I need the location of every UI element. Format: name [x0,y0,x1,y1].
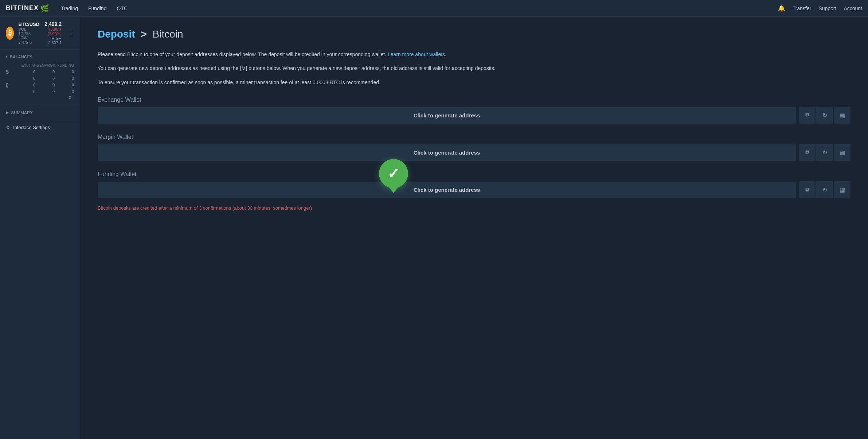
checkmark-icon: ✓ [387,165,400,182]
margin-wallet-label: Margin Wallet [98,134,851,140]
exchange-refresh-button[interactable]: ↻ [816,107,833,124]
exchange-action-buttons: ⧉ ↻ ▦ [799,107,851,124]
balance-row-usd: $ 0 0 0 [3,68,77,75]
ticker-pair: BTC/USD [18,22,39,27]
qr-icon: ▦ [840,149,845,156]
refresh-icon: ↻ [822,149,827,156]
btc-balance-icon: ₿ [6,82,16,88]
col-funding: FUNDING [57,63,74,67]
page-title: Deposit > Bitcoin [98,28,851,40]
checkmark-bubble: ✓ [379,159,408,188]
breadcrumb-separator: > [141,28,146,40]
nav-otc[interactable]: OTC [117,5,128,11]
refresh-icon: ↻ [822,112,827,119]
btc-margin: 0 [35,83,55,87]
ticker-price: 2,499.2 [44,21,62,27]
nav-account[interactable]: Account [844,5,862,11]
logo-text: BITFINEX [6,4,39,12]
exchange-wallet-label: Exchange Wallet [98,97,851,103]
ticker-menu-icon[interactable]: ⋮ [68,30,74,36]
info-paragraph-3: To ensure your transaction is confirmed … [98,78,851,86]
bell-icon[interactable]: 🔔 [778,5,785,12]
margin-generate-button[interactable]: Click to generate address [98,144,796,161]
exchange-wallet-section: Exchange Wallet Click to generate addres… [98,97,851,124]
main-content: ✓ Deposit > Bitcoin Please send Bitcoin … [80,17,868,439]
refresh-icon: ↻ [822,186,827,193]
balance-table-header: EXCHANGE MARGIN FUNDING [3,63,77,68]
qr-icon: ▦ [840,186,845,193]
ticker-high: HIGH 2,607.1 [44,36,62,45]
copy-icon: ⧉ [805,112,809,119]
logo[interactable]: BITFINEX 🌿 [6,4,49,13]
exchange-generate-button[interactable]: Click to generate address [98,107,796,124]
leaf-icon: 🌿 [40,4,49,13]
margin-qr-button[interactable]: ▦ [834,144,851,161]
learn-more-link[interactable]: Learn more about wallets [388,51,445,57]
col-margin: MARGIN [42,63,58,67]
header-right: 🔔 Transfer Support Account [778,5,862,12]
balances-label: BALANCES [10,55,33,59]
funding-qr-button[interactable]: ▦ [834,181,851,198]
margin-action-buttons: ⧉ ↻ ▦ [799,144,851,161]
usd-icon: $ [6,69,16,75]
summary-header[interactable]: ▶ SUMMARY [0,108,80,117]
ticker-low: LOW 2,472.6 [18,36,39,44]
info-paragraph-2: You can generate new deposit addresses a… [98,64,851,72]
balance-table: EXCHANGE MARGIN FUNDING $ 0 0 0 0 0 0 [0,61,80,102]
margin-refresh-button[interactable]: ↻ [816,144,833,161]
funding-wallet-section: Funding Wallet Click to generate address… [98,171,851,198]
ticker-change: 76.90 ▾ (2.99%) [44,27,62,36]
funding-wallet-label: Funding Wallet [98,171,851,178]
funding-wallet-row: Click to generate address ⧉ ↻ ▦ [98,181,851,198]
funding-generate-button[interactable]: Click to generate address [98,182,796,198]
summary-label: SUMMARY [11,110,33,115]
funding-refresh-button[interactable]: ↻ [816,181,833,198]
balances-section: ▾ BALANCES EXCHANGE MARGIN FUNDING $ 0 0… [0,50,80,105]
balance-row-usd2: 0 0 0 [3,75,77,81]
funding-action-buttons: ⧉ ↻ ▦ [799,181,851,198]
btc-icon: ₿ [6,27,14,40]
balance-row-btc: ₿ 0 0 0 [3,81,77,89]
checkmark-overlay: ✓ [379,159,408,188]
ticker-vol: VOL 12,725 [18,27,39,36]
balance-total: 0 [3,94,77,100]
balances-header[interactable]: ▾ BALANCES [0,53,80,61]
copy-icon: ⧉ [805,149,809,156]
usd-funding: 0 [55,70,74,74]
balance-row-btc2: 0 0 0 [3,89,77,94]
interface-settings[interactable]: ⚙ Interface Settings [0,120,80,135]
footer-note: Bitcoin deposits are credited after a mi… [98,205,851,211]
summary-chevron-icon: ▶ [6,110,9,115]
ticker-bar: ₿ BTC/USD VOL 12,725 LOW 2,472.6 2,499.2… [0,17,80,50]
usd-exchange: 0 [16,70,35,74]
main-layout: ₿ BTC/USD VOL 12,725 LOW 2,472.6 2,499.2… [0,17,868,439]
nav-support[interactable]: Support [818,5,836,11]
btc-funding: 0 [55,83,74,87]
col-exchange: EXCHANGE [21,63,42,67]
nav-trading[interactable]: Trading [61,5,78,11]
info-paragraph-1: Please send Bitcoin to one of your depos… [98,50,851,58]
header: BITFINEX 🌿 Trading Funding OTC 🔔 Transfe… [0,0,868,17]
qr-icon: ▦ [840,112,845,119]
nav-funding[interactable]: Funding [88,5,107,11]
usd-margin: 0 [35,70,55,74]
balances-chevron-icon: ▾ [6,55,8,59]
funding-copy-button[interactable]: ⧉ [799,181,816,198]
sidebar: ₿ BTC/USD VOL 12,725 LOW 2,472.6 2,499.2… [0,17,80,439]
interface-settings-label: Interface Settings [13,125,50,130]
margin-wallet-section: Margin Wallet Click to generate address … [98,134,851,161]
nav-transfer[interactable]: Transfer [793,5,812,11]
exchange-copy-button[interactable]: ⧉ [799,107,816,124]
summary-section: ▶ SUMMARY [0,105,80,120]
ticker-right: 2,499.2 76.90 ▾ (2.99%) HIGH 2,607.1 [44,21,62,45]
exchange-wallet-row: Click to generate address ⧉ ↻ ▦ [98,107,851,124]
margin-copy-button[interactable]: ⧉ [799,144,816,161]
btc-exchange: 0 [16,83,35,87]
copy-icon: ⧉ [805,186,809,193]
gear-icon: ⚙ [6,125,10,130]
margin-wallet-row: Click to generate address ⧉ ↻ ▦ [98,144,851,161]
ticker-info: BTC/USD VOL 12,725 LOW 2,472.6 [18,22,39,44]
deposit-link[interactable]: Deposit [98,28,135,40]
exchange-qr-button[interactable]: ▦ [834,107,851,124]
breadcrumb-bitcoin: Bitcoin [153,28,183,40]
